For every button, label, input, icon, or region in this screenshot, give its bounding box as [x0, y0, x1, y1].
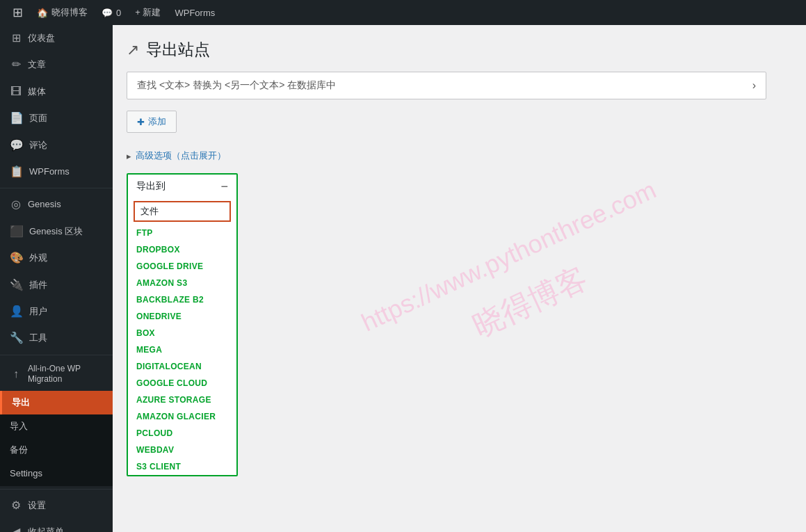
sidebar-item-backup[interactable]: 备份: [0, 438, 113, 462]
export-amazons3-item[interactable]: AMAZON S3: [128, 275, 236, 291]
search-replace-arrow-icon: ›: [752, 79, 756, 92]
sidebar-pages-label: 页面: [29, 112, 47, 124]
export-dropbox-label: DROPBOX: [136, 245, 180, 255]
sidebar-item-genesis-blocks[interactable]: ⬛ Genesis 区块: [0, 218, 113, 245]
sidebar-item-export[interactable]: 导出: [0, 391, 113, 414]
sidebar: ⊞ 仪表盘 ✏ 文章 🎞 媒体 📄 页面 💬 评论 📋 WPForms ◎ Ge…: [0, 25, 113, 532]
export-s3client-item[interactable]: S3 CLIENT: [128, 458, 236, 475]
sidebar-item-tools[interactable]: 🔧 工具: [0, 325, 113, 351]
export-dropbox-item[interactable]: DROPBOX: [128, 241, 236, 258]
export-icon: ↗: [127, 41, 139, 59]
add-button-label: 添加: [148, 115, 166, 128]
export-azure-item[interactable]: AZURE STORAGE: [128, 392, 236, 408]
sidebar-genesis-label: Genesis: [28, 198, 61, 211]
sidebar-divider-3: [0, 489, 113, 490]
adminbar-comments[interactable]: 💬 0: [95, 0, 128, 25]
export-googledrive-item[interactable]: GOOGLE DRIVE: [128, 258, 236, 275]
export-box-label: BOX: [136, 328, 155, 338]
wpforms-icon: 📋: [10, 164, 24, 179]
advanced-options-label: 高级选项（点击展开）: [136, 150, 226, 162]
sidebar-item-users[interactable]: 👤 用户: [0, 298, 113, 325]
export-azure-label: AZURE STORAGE: [136, 395, 211, 405]
sidebar-item-settings-sub[interactable]: Settings: [0, 462, 113, 485]
sidebar-item-posts[interactable]: ✏ 文章: [0, 51, 113, 78]
export-pcloud-label: PCLOUD: [136, 428, 172, 438]
sidebar-item-import[interactable]: 导入: [0, 414, 113, 438]
page-title: ↗ 导出站点: [127, 39, 792, 61]
advanced-options[interactable]: ▸ 高级选项（点击展开）: [127, 150, 792, 162]
export-dropdown-title: 导出到: [136, 180, 166, 193]
export-digitalocean-item[interactable]: DIGITALOCEAN: [128, 358, 236, 375]
adminbar-wpforms[interactable]: WPForms: [168, 0, 222, 25]
collapse-icon: ◀: [10, 524, 22, 532]
sidebar-plugins-label: 插件: [29, 279, 47, 291]
export-dropdown-collapse-icon[interactable]: −: [220, 180, 228, 193]
export-box-item[interactable]: BOX: [128, 325, 236, 341]
plus-icon: ✚: [137, 117, 145, 127]
sidebar-item-dashboard[interactable]: ⊞ 仪表盘: [0, 25, 113, 51]
comments-icon: 💬: [102, 8, 113, 18]
sidebar-item-allinone[interactable]: ↑ All-in-One WPMigration: [0, 358, 113, 391]
sidebar-divider-2: [0, 355, 113, 355]
watermark-name: 晓得博客: [373, 211, 686, 392]
export-digitalocean-label: DIGITALOCEAN: [136, 362, 202, 371]
export-pcloud-item[interactable]: PCLOUD: [128, 425, 236, 442]
sidebar-comments-label: 评论: [29, 139, 47, 152]
export-webdav-label: WEBDAV: [136, 445, 174, 455]
site-name-label: 晓得博客: [51, 6, 88, 19]
export-onedrive-item[interactable]: ONEDRIVE: [128, 308, 236, 325]
sidebar-item-wpforms[interactable]: 📋 WPForms: [0, 159, 113, 185]
sidebar-posts-label: 文章: [28, 58, 46, 71]
plugins-icon: 🔌: [10, 277, 24, 293]
settings-icon: ⚙: [10, 498, 22, 513]
sidebar-dashboard-label: 仪表盘: [28, 32, 55, 45]
sidebar-item-appearance[interactable]: 🎨 外观: [0, 245, 113, 271]
sidebar-item-settings[interactable]: ⚙ 设置: [0, 492, 113, 519]
genesis-icon: ◎: [10, 197, 22, 212]
export-s3client-label: S3 CLIENT: [136, 462, 181, 471]
search-replace-bar[interactable]: 查找 <文本> 替换为 <另一个文本> 在数据库中 ›: [127, 72, 766, 99]
sidebar-users-label: 用户: [29, 305, 47, 318]
sidebar-item-pages[interactable]: 📄 页面: [0, 105, 113, 131]
adminbar-wp-logo[interactable]: ⊞: [6, 0, 30, 25]
export-onedrive-label: ONEDRIVE: [136, 312, 182, 321]
home-icon: 🏠: [37, 8, 48, 18]
sidebar-divider-1: [0, 188, 113, 188]
export-googledrive-label: GOOGLE DRIVE: [136, 261, 203, 271]
new-label: + 新建: [135, 6, 161, 19]
sidebar-settings-sub-label: Settings: [10, 467, 42, 480]
export-ftp-label: FTP: [136, 228, 153, 238]
export-ftp-item[interactable]: FTP: [128, 225, 236, 241]
pages-icon: 📄: [10, 111, 24, 126]
export-webdav-item[interactable]: WEBDAV: [128, 442, 236, 458]
export-amazonglacier-label: AMAZON GLACIER: [136, 412, 216, 421]
adminbar-new[interactable]: + 新建: [128, 0, 168, 25]
export-backblaze-item[interactable]: BACKBLAZE B2: [128, 291, 236, 308]
adminbar-site-name[interactable]: 🏠 晓得博客: [30, 0, 95, 25]
sidebar-item-collapse[interactable]: ◀ 收起菜单: [0, 519, 113, 532]
sidebar-item-genesis[interactable]: ◎ Genesis: [0, 191, 113, 218]
export-amazons3-label: AMAZON S3: [136, 278, 187, 288]
export-file-label: 文件: [140, 206, 159, 216]
users-icon: 👤: [10, 304, 24, 319]
add-button[interactable]: ✚ 添加: [127, 111, 177, 133]
plugin-label: WPForms: [175, 8, 215, 18]
dashboard-icon: ⊞: [10, 31, 22, 46]
watermark: https://www.pythonthree.com 晓得博客: [355, 170, 686, 392]
sidebar-tools-label: 工具: [29, 332, 47, 344]
sidebar-item-plugins[interactable]: 🔌 插件: [0, 272, 113, 298]
export-googlecloud-item[interactable]: GOOGLE CLOUD: [128, 375, 236, 392]
sidebar-item-media[interactable]: 🎞 媒体: [0, 79, 113, 105]
export-file-item[interactable]: 文件: [134, 201, 231, 222]
comments-count: 0: [116, 8, 121, 18]
export-backblaze-label: BACKBLAZE B2: [136, 295, 204, 305]
export-mega-item[interactable]: MEGA: [128, 341, 236, 358]
export-amazonglacier-item[interactable]: AMAZON GLACIER: [128, 408, 236, 425]
sidebar-import-label: 导入: [10, 420, 28, 433]
sidebar-item-comments[interactable]: 💬 评论: [0, 132, 113, 159]
posts-icon: ✏: [10, 57, 22, 72]
allinone-icon: ↑: [10, 366, 22, 382]
genesis-blocks-icon: ⬛: [10, 224, 24, 239]
sidebar-export-label: 导出: [12, 396, 30, 409]
search-replace-text: 查找 <文本> 替换为 <另一个文本> 在数据库中: [137, 79, 752, 92]
